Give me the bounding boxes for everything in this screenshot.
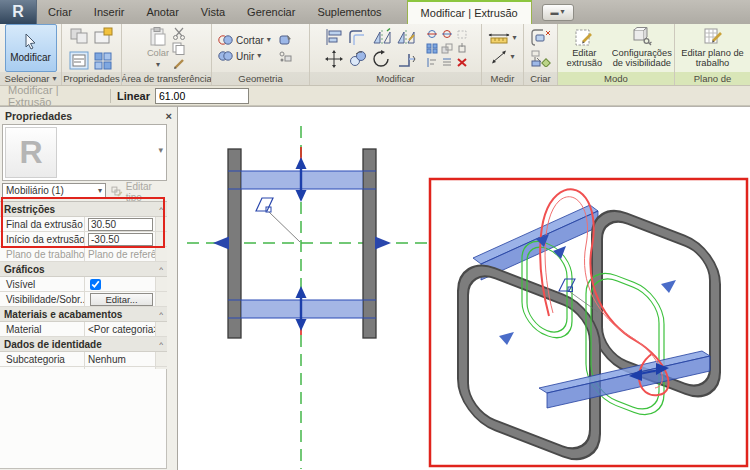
chevron-down-icon: ▾ xyxy=(52,75,56,83)
category-combo[interactable]: Mobiliário (1) ▾ xyxy=(2,183,106,198)
chevron-down-icon: ▾ xyxy=(561,8,565,16)
chevron-down-icon: ▾ xyxy=(267,36,271,44)
axon-3d-view[interactable] xyxy=(430,179,747,466)
visibility-box-key-icon xyxy=(632,27,652,47)
panel-clipboard: Colar ▾ Área xyxy=(122,24,212,85)
tab-gerenciar[interactable]: Gerenciar xyxy=(236,0,306,24)
edit-workplane-button[interactable]: Editar plano de trabalho xyxy=(677,27,748,69)
family-category-grid-icon[interactable] xyxy=(93,51,115,70)
join-geometry-button[interactable]: Unir ▾ xyxy=(218,50,271,62)
final-extrusion-field[interactable]: 30.50 xyxy=(88,218,153,231)
chevron-down-icon: ▾ xyxy=(257,52,261,60)
mirror-draw-axis-icon[interactable] xyxy=(396,28,416,46)
rotate-icon[interactable] xyxy=(372,50,392,68)
visible-checkbox[interactable] xyxy=(90,279,101,290)
split-with-gap-icon[interactable] xyxy=(441,29,453,40)
panel-label-geometria: Geometria xyxy=(212,72,309,85)
properties-palette: Propriedades × R ▾ Mobiliário (1) ▾ Edit… xyxy=(0,106,177,470)
trim-extend-icon[interactable] xyxy=(396,50,416,68)
scale-icon[interactable] xyxy=(441,43,453,54)
edit-type-button[interactable]: Editar tipo xyxy=(108,183,170,200)
list-icon[interactable] xyxy=(441,57,453,68)
chair-frame-front[interactable] xyxy=(463,261,595,464)
paste-icon xyxy=(148,27,168,47)
array-icon[interactable] xyxy=(426,43,438,54)
move-icon[interactable] xyxy=(324,50,344,68)
demolish-icon[interactable] xyxy=(278,51,292,63)
cut-geometry-button[interactable]: Cortar ▾ xyxy=(218,34,271,46)
lasso-icon[interactable] xyxy=(456,29,468,40)
flip-arrow-left-frame[interactable] xyxy=(499,332,514,345)
app-button[interactable]: R xyxy=(0,0,37,24)
collapse-icon: ^ xyxy=(159,265,163,274)
tab-inserir[interactable]: Inserir xyxy=(83,0,136,24)
section-header-materiais[interactable]: Materiais e acabamentos ^ xyxy=(0,307,167,322)
drawing-area[interactable] xyxy=(177,106,750,470)
tab-criar[interactable]: Criar xyxy=(37,0,83,24)
pin-icon[interactable] xyxy=(456,43,468,54)
measure-button[interactable]: ▾ xyxy=(488,32,516,45)
linear-value-input[interactable] xyxy=(155,88,249,104)
align-elements-icon[interactable] xyxy=(426,57,438,68)
diagonal-dimension-icon xyxy=(490,49,508,65)
elevation-view[interactable] xyxy=(187,126,428,469)
paste-button[interactable]: Colar ▾ xyxy=(147,27,169,69)
tab-suplementos[interactable]: Suplementos xyxy=(306,0,392,24)
column-right[interactable] xyxy=(363,149,376,338)
mirror-pick-axis-icon[interactable] xyxy=(372,28,392,46)
visibility-settings-button[interactable]: Configurações de visibilidade xyxy=(612,27,672,69)
family-type-thumbnail: R xyxy=(5,127,57,178)
type-selector[interactable]: R ▾ xyxy=(2,124,167,181)
panel-medir: ▾ ▾ Medir xyxy=(482,24,524,85)
paint-icon[interactable] xyxy=(278,34,292,46)
tab-modificar-extrusao-active[interactable]: Modificar | Extrusão xyxy=(407,0,532,24)
options-bar: Modificar | Extrusão Linear xyxy=(0,86,750,106)
cut-icon[interactable] xyxy=(172,27,186,40)
panel-label-criar: Criar xyxy=(524,72,557,85)
section-header-restricoes[interactable]: Restrições ^ xyxy=(0,202,167,217)
family-types-icon[interactable] xyxy=(69,27,91,46)
offset-icon[interactable] xyxy=(348,28,368,46)
drag-arrow-left[interactable] xyxy=(213,237,229,250)
cut-geometry-icon xyxy=(218,34,233,46)
copy-element-icon[interactable] xyxy=(348,50,368,68)
create-similar-icon[interactable] xyxy=(531,50,551,67)
modify-button[interactable]: Modificar xyxy=(5,24,57,72)
edit-visibility-button[interactable]: Editar... xyxy=(90,293,153,306)
column-left[interactable] xyxy=(228,149,241,338)
panel-label-clipboard: Área de transferência xyxy=(122,72,211,85)
copy-icon[interactable] xyxy=(172,42,186,55)
ribbon: Modificar Selecionar ▾ xyxy=(0,24,750,86)
minimize-icon: ▬ xyxy=(551,8,559,17)
match-properties-brush-icon[interactable] xyxy=(172,57,186,70)
properties-palette-icon[interactable] xyxy=(69,51,91,70)
panel-criar: Criar xyxy=(524,24,558,85)
edit-extrusion-button[interactable]: Editar extrusão xyxy=(560,27,609,69)
tab-vista[interactable]: Vista xyxy=(190,0,236,24)
section-header-dados-identidade[interactable]: Dados de identidade ^ xyxy=(0,337,167,352)
modify-button-label: Modificar xyxy=(10,52,51,63)
delete-icon[interactable] xyxy=(456,57,468,68)
separator xyxy=(110,89,111,103)
align-icon[interactable] xyxy=(324,28,344,46)
drag-arrow-right[interactable] xyxy=(375,237,391,250)
drawing-canvas-svg[interactable] xyxy=(178,107,749,469)
measure-between-refs-button[interactable]: ▾ xyxy=(490,49,514,65)
row-visibilidade: Visibilidade/Sobr... Editar... xyxy=(0,292,167,307)
row-visivel: Visível xyxy=(0,277,167,292)
row-plano-de-trabalho: Plano de trabalho Plano de referênc... xyxy=(0,247,167,262)
paste-label: Colar xyxy=(147,49,169,59)
close-icon[interactable]: × xyxy=(166,110,172,122)
tab-anotar[interactable]: Anotar xyxy=(135,0,189,24)
category-window-icon[interactable] xyxy=(93,27,115,46)
flip-arrow-right-frame[interactable] xyxy=(661,280,676,293)
section-header-graficos[interactable]: Gráficos ^ xyxy=(0,262,167,277)
workplane-symbol-2d[interactable] xyxy=(256,198,300,242)
chevron-down-icon[interactable]: ▾ xyxy=(158,145,163,155)
ribbon-minimize-button[interactable]: ▬ ▾ xyxy=(542,4,574,21)
split-element-icon[interactable] xyxy=(426,29,438,40)
workplane-grid-pencil-icon xyxy=(703,27,723,47)
create-group-icon[interactable] xyxy=(531,29,551,47)
start-extrusion-field[interactable]: -30.50 xyxy=(88,233,153,246)
properties-grid: Restrições ^ Final da extrusão 30.50 Iní… xyxy=(0,201,167,382)
